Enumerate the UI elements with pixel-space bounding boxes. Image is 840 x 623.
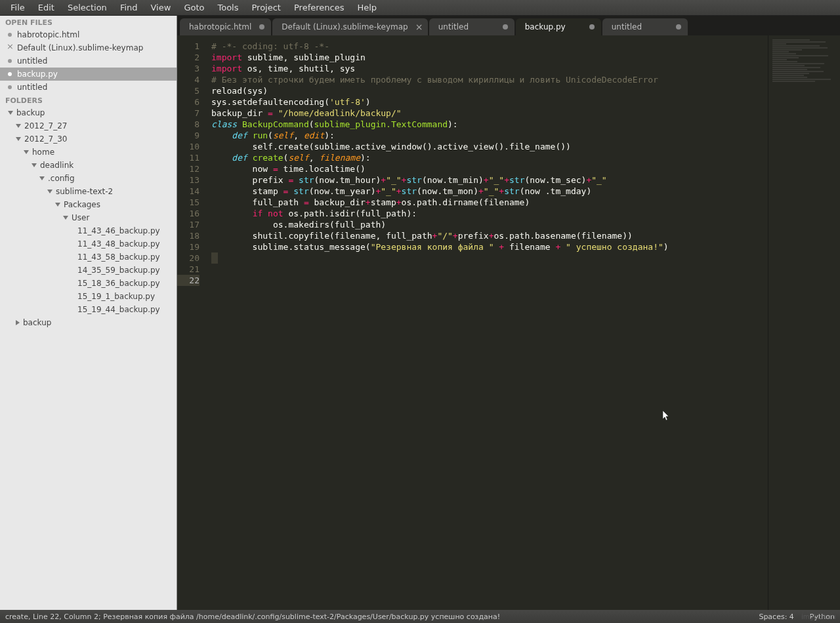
editor-body[interactable]: 12345678910111213141516171819202122 # -*… — [177, 35, 840, 610]
line-number: 10 — [177, 141, 200, 152]
dirty-dot-icon — [8, 59, 12, 63]
tree-folder[interactable]: deadlink — [0, 159, 177, 172]
tree-folder[interactable]: sublime-text-2 — [0, 185, 177, 198]
tree-label: deadlink — [40, 161, 74, 170]
sidebar: OPEN FILES habrotopic.htmlDefault (Linux… — [0, 16, 177, 610]
menu-view[interactable]: View — [144, 1, 178, 14]
tree-file[interactable]: 11_43_48_backup.py — [0, 237, 177, 251]
code-line[interactable]: # -*- coding: utf-8 -*- — [211, 41, 768, 52]
tab-label: backup.py — [525, 22, 566, 31]
tree-file[interactable]: 11_43_58_backup.py — [0, 251, 177, 264]
open-file-item[interactable]: habrotopic.html — [0, 28, 177, 41]
tree-file[interactable]: 15_19_44_backup.py — [0, 303, 177, 316]
minimap-line — [772, 71, 824, 72]
line-number: 18 — [177, 230, 200, 241]
tab[interactable]: untitled — [429, 18, 514, 35]
tree-label: sublime-text-2 — [56, 187, 113, 196]
open-file-label: Default (Linux).sublime-keymap — [17, 43, 143, 52]
menu-preferences[interactable]: Preferences — [287, 1, 350, 14]
tree-file[interactable]: 14_35_59_backup.py — [0, 264, 177, 277]
close-icon[interactable] — [416, 24, 421, 30]
code-line[interactable]: stamp = str(now.tm_year)+"_"+str(now.tm_… — [211, 186, 768, 197]
dirty-dot-icon — [8, 72, 12, 76]
code-line[interactable]: # Без этой строчки будем иметь проблему … — [211, 74, 768, 85]
tree-folder[interactable]: Packages — [0, 198, 177, 211]
line-number: 21 — [177, 264, 200, 275]
dirty-dot-icon — [259, 24, 264, 30]
menu-selection[interactable]: Selection — [61, 1, 114, 14]
statusbar: create, Line 22, Column 2; Резервная коп… — [0, 610, 840, 623]
tabs-bar: habrotopic.htmlDefault (Linux).sublime-k… — [177, 16, 840, 35]
minimap-line — [772, 65, 805, 66]
open-file-item[interactable]: backup.py — [0, 68, 177, 81]
close-icon[interactable] — [8, 46, 12, 50]
tab[interactable]: Default (Linux).sublime-keymap — [272, 18, 427, 35]
tab-label: Default (Linux).sublime-keymap — [282, 22, 408, 31]
menubar: FileEditSelectionFindViewGotoToolsProjec… — [0, 0, 840, 16]
open-file-label: habrotopic.html — [17, 30, 79, 39]
code-line[interactable]: os.makedirs(full_path) — [211, 219, 768, 230]
open-files-header: OPEN FILES — [0, 16, 177, 28]
tree-label: 2012_7_27 — [24, 121, 67, 131]
menu-goto[interactable]: Goto — [177, 1, 211, 14]
code-line[interactable]: if not os.path.isdir(full_path): — [211, 208, 768, 219]
menu-project[interactable]: Project — [245, 1, 287, 14]
code-line[interactable]: self.create(sublime.active_window().acti… — [211, 141, 768, 152]
chevron-right-icon[interactable] — [16, 320, 20, 325]
tab[interactable]: untitled — [602, 18, 688, 35]
chevron-down-icon[interactable] — [24, 150, 29, 154]
tree-folder[interactable]: .config — [0, 172, 177, 185]
menu-file[interactable]: File — [4, 1, 32, 14]
code-line[interactable]: class BackupCommand(sublime_plugin.TextC… — [211, 119, 768, 130]
code-line[interactable]: backup_dir = "/home/deadlink/backup/" — [211, 108, 768, 119]
menu-find[interactable]: Find — [114, 1, 144, 14]
menu-help[interactable]: Help — [350, 1, 383, 14]
code-line[interactable]: import sublime, sublime_plugin — [211, 52, 768, 63]
code-line[interactable]: prefix = str(now.tm_hour)+"_"+str(now.tm… — [211, 174, 768, 186]
tab[interactable]: backup.py — [516, 18, 601, 35]
code-line[interactable]: sublime.status_message("Резервная копия … — [211, 241, 768, 252]
open-file-item[interactable]: untitled — [0, 54, 177, 68]
chevron-down-icon[interactable] — [39, 176, 45, 180]
chevron-down-icon[interactable] — [16, 137, 21, 141]
line-number: 11 — [177, 152, 200, 163]
tab-label: habrotopic.html — [189, 22, 251, 31]
menu-tools[interactable]: Tools — [211, 1, 245, 14]
tree-folder[interactable]: home — [0, 146, 177, 159]
line-number: 13 — [177, 174, 200, 186]
tree-folder[interactable]: backup — [0, 316, 177, 329]
code-line[interactable]: full_path = backup_dir+stamp+os.path.dir… — [211, 197, 768, 208]
code-line[interactable]: import os, time, shutil, sys — [211, 63, 768, 74]
chevron-down-icon[interactable] — [8, 111, 13, 115]
tab-label: untitled — [438, 22, 469, 31]
open-file-item[interactable]: untitled — [0, 81, 177, 94]
chevron-down-icon[interactable] — [63, 216, 68, 220]
tree-file[interactable]: 15_18_36_backup.py — [0, 277, 177, 290]
line-number: 7 — [177, 108, 200, 119]
tree-folder[interactable]: backup — [0, 106, 177, 119]
tree-folder[interactable]: 2012_7_27 — [0, 119, 177, 132]
chevron-down-icon[interactable] — [47, 190, 52, 193]
code-line[interactable]: shutil.copyfile(filename, full_path+"/"+… — [211, 230, 768, 241]
minimap[interactable] — [768, 35, 840, 610]
code-line[interactable]: sys.setdefaultencoding('utf-8') — [211, 96, 768, 108]
menu-edit[interactable]: Edit — [32, 1, 61, 14]
tree-folder[interactable]: 2012_7_30 — [0, 132, 177, 146]
chevron-down-icon[interactable] — [55, 203, 60, 207]
code-line[interactable]: reload(sys) — [211, 85, 768, 96]
chevron-down-icon[interactable] — [32, 163, 37, 167]
status-spaces[interactable]: Spaces: 4 — [759, 613, 793, 621]
tree-file[interactable]: 15_19_1_backup.py — [0, 290, 177, 303]
tree-file[interactable]: 11_43_46_backup.py — [0, 224, 177, 237]
tree-folder[interactable]: User — [0, 211, 177, 224]
code[interactable]: # -*- coding: utf-8 -*-import sublime, s… — [205, 35, 768, 610]
chevron-down-icon[interactable] — [16, 124, 21, 128]
code-line[interactable]: def create(self, filename): — [211, 152, 768, 163]
tab[interactable]: habrotopic.html — [180, 18, 271, 35]
line-number: 9 — [177, 130, 200, 141]
code-line[interactable]: now = time.localtime() — [211, 163, 768, 174]
code-line[interactable] — [211, 252, 218, 264]
open-file-item[interactable]: Default (Linux).sublime-keymap — [0, 41, 177, 54]
minimap-line — [772, 67, 820, 68]
code-line[interactable]: def run(self, edit): — [211, 130, 768, 141]
